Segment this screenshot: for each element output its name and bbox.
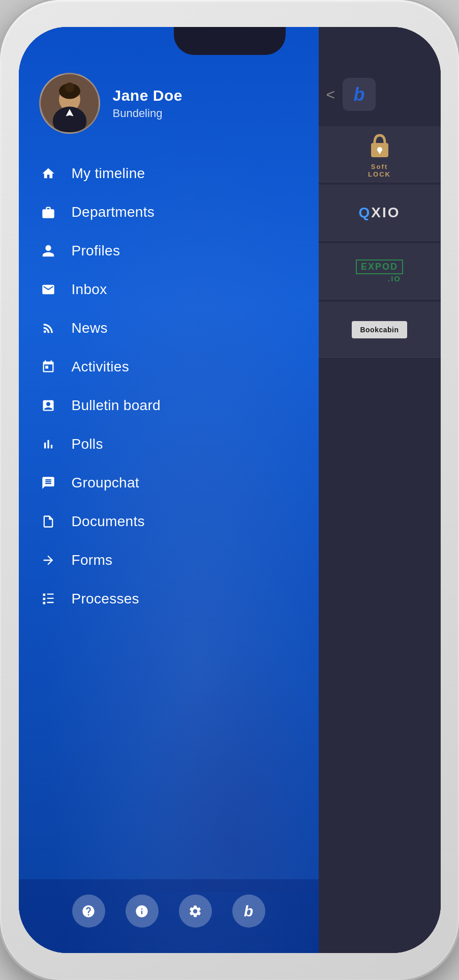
avatar[interactable] (39, 73, 100, 134)
sidebar-item-label: Groupchat (72, 475, 139, 491)
sidebar-item-label: My timeline (72, 165, 145, 182)
qxio-text: QXIO (358, 205, 400, 220)
sidebar-item-my-timeline[interactable]: My timeline (19, 154, 319, 193)
sidebar-item-groupchat[interactable]: Groupchat (19, 464, 319, 502)
menu-content: Jane Doe Bundeling My timeline (19, 27, 319, 953)
person-icon (39, 242, 57, 260)
chat-icon (39, 474, 57, 492)
envelope-icon (39, 280, 57, 299)
sidebar-item-forms[interactable]: Forms (19, 541, 319, 580)
phone-screen: Jane Doe Bundeling My timeline (19, 27, 441, 953)
briefcase-icon (39, 203, 57, 221)
bookcabin-logo: Bookcabin (352, 321, 407, 338)
sidebar-item-profiles[interactable]: Profiles (19, 232, 319, 270)
board-icon (39, 396, 57, 415)
brand-logo: b (244, 903, 253, 920)
navigation-menu: My timeline Departments Pr (19, 149, 319, 879)
bottom-toolbar: b (19, 879, 319, 953)
sidebar-item-label: Profiles (72, 243, 120, 259)
softlock-logo: Soft LOCK (367, 130, 392, 178)
company-item-softlock[interactable]: Soft LOCK (319, 126, 441, 182)
company-item-bookcabin[interactable]: Bookcabin (319, 302, 441, 358)
arrow-right-icon (39, 551, 57, 569)
sidebar-item-label: Processes (72, 591, 139, 607)
sidebar-item-documents[interactable]: Documents (19, 502, 319, 541)
expod-sub: .IO (388, 274, 403, 283)
profile-name: Jane Doe (113, 87, 182, 104)
softlock-name: Soft (371, 163, 388, 170)
info-icon (135, 904, 149, 918)
rss-icon (39, 319, 57, 337)
processes-icon (39, 590, 57, 608)
brand-button[interactable]: b (232, 895, 265, 928)
sidebar-item-label: Inbox (72, 281, 107, 298)
sidebar-item-departments[interactable]: Departments (19, 193, 319, 232)
company-list: Soft LOCK QXIO EXPOD (319, 121, 441, 363)
brand-logo-right[interactable]: b (343, 78, 376, 111)
question-icon (81, 904, 96, 918)
sidebar-item-inbox[interactable]: Inbox (19, 270, 319, 309)
phone-frame: Jane Doe Bundeling My timeline (0, 0, 459, 980)
sidebar-item-news[interactable]: News (19, 309, 319, 348)
sidebar-item-label: News (72, 320, 108, 336)
profile-company: Bundeling (113, 107, 182, 120)
bar-chart-icon (39, 435, 57, 453)
avatar-image (41, 73, 99, 132)
sidebar-item-processes[interactable]: Processes (19, 580, 319, 618)
sidebar-item-label: Bulletin board (72, 397, 161, 414)
sidebar-item-label: Departments (72, 204, 155, 220)
sidebar-item-label: Documents (72, 513, 145, 530)
company-item-qxio[interactable]: QXIO (319, 185, 441, 241)
document-icon (39, 512, 57, 531)
gear-icon (188, 904, 202, 918)
settings-button[interactable] (179, 895, 212, 928)
sidebar-item-label: Activities (72, 359, 129, 375)
expod-name: EXPOD (356, 260, 403, 274)
sidebar-item-activities[interactable]: Activities (19, 348, 319, 386)
calendar-icon (39, 358, 57, 376)
softlock-sub: LOCK (368, 170, 391, 178)
right-panel: < b Soft (319, 27, 441, 953)
profile-info: Jane Doe Bundeling (113, 87, 182, 120)
sidebar-item-label: Forms (72, 552, 113, 568)
svg-point-4 (65, 82, 74, 92)
right-header: < b (319, 68, 441, 121)
sidebar-item-bulletin-board[interactable]: Bulletin board (19, 386, 319, 425)
back-button[interactable]: < (326, 86, 335, 103)
help-button[interactable] (72, 895, 105, 928)
expod-logo: EXPOD .IO (356, 260, 403, 283)
softlock-icon (367, 130, 392, 161)
sidebar-item-polls[interactable]: Polls (19, 425, 319, 464)
bookcabin-text: Bookcabin (360, 326, 399, 334)
home-icon (39, 164, 57, 183)
company-item-expod[interactable]: EXPOD .IO (319, 243, 441, 299)
info-button[interactable] (126, 895, 159, 928)
qxio-logo: QXIO (358, 205, 400, 221)
left-menu-panel: Jane Doe Bundeling My timeline (19, 27, 319, 953)
sidebar-item-label: Polls (72, 436, 103, 452)
phone-notch (174, 27, 286, 55)
svg-rect-11 (379, 150, 381, 154)
